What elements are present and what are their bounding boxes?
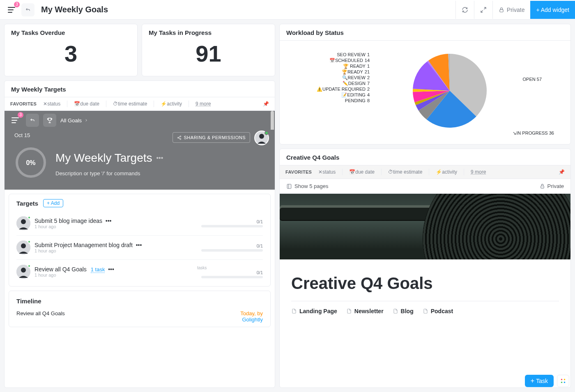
lock-icon [499,7,504,13]
timeline-meta: Today, by Golightly [240,310,263,323]
pie-label: ✏️DESIGN 7 [317,81,370,86]
private-button[interactable]: Private [492,1,531,19]
pie-chart [405,46,495,136]
svg-point-2 [177,137,179,138]
kpi-progress-value: 91 [142,36,275,76]
apps-button[interactable] [557,375,569,387]
creative-title: Creative Q4 Goals [280,149,570,165]
filter-due-date[interactable]: 📅due date [74,101,99,107]
progress-ring: 0% [14,146,47,179]
target-time: 1 hour ago [34,224,193,229]
more-icon[interactable]: ••• [136,242,142,248]
target-row[interactable]: Submit Project Management blog draft •••… [16,235,263,259]
kpi-progress[interactable]: My Tasks in Progress 91 [142,24,275,76]
share-icon [177,135,182,140]
page-icon [393,308,398,314]
pie-label: 📅SCHEDULED 14 [317,58,370,63]
goal-title: My Weekly Targets [55,151,152,165]
progress-bar [201,249,263,252]
svg-point-19 [561,382,563,383]
pie-label: 🏆 READY 1 [317,64,370,69]
creative-filter-due-date[interactable]: 📅due date [349,169,375,175]
target-name: Review all Q4 Goals 1 task ••• [34,266,193,273]
workload-title: Workload by Status [280,24,570,41]
target-row[interactable]: Review all Q4 Goals 1 task ••• 1 hour ag… [16,259,263,284]
kpi-overdue[interactable]: My Tasks Overdue 3 [4,24,138,76]
target-name: Submit 5 blog image ideas ••• [34,218,193,224]
svg-point-5 [259,134,264,139]
kpi-overdue-value: 3 [5,36,137,76]
pie-label: 🏆READY 21 [317,70,370,74]
add-target-button[interactable]: + Add [43,199,63,207]
creative-filter-activity[interactable]: ⚡activity [436,169,457,175]
creative-filter-time-estimate[interactable]: ⏱time estimate [388,169,422,175]
svg-point-20 [564,382,566,383]
more-icon[interactable]: ••• [106,218,112,224]
goals-back-button[interactable] [26,114,39,127]
filter-favorites[interactable]: FAVORITES [10,101,37,106]
refresh-icon [462,7,468,13]
progress-bar [201,225,263,227]
svg-rect-15 [287,184,291,188]
svg-point-18 [564,379,566,381]
creative-private-label[interactable]: Private [540,183,564,189]
filter-activity[interactable]: ⚡activity [161,101,182,107]
weekly-targets-title: My Weekly Targets [5,81,275,97]
page-title: My Weekly Goals [41,5,108,14]
page-chip[interactable]: Newsletter [346,308,384,314]
kpi-progress-title: My Tasks in Progress [142,24,275,36]
goal-title-more[interactable]: ••• [156,154,163,162]
pages-icon [286,183,292,189]
goal-date: Oct 15 [14,132,30,138]
chevron-right-icon [84,118,88,122]
main-menu-button[interactable]: 3 [5,3,18,16]
page-icon [346,308,352,314]
expand-button[interactable] [474,1,492,19]
target-time: 1 hour ago [34,248,193,253]
creative-q4-widget: Creative Q4 Goals FAVORITES ✕status 📅due… [279,149,571,388]
svg-text:0%: 0% [26,159,35,166]
creative-filter-status[interactable]: ✕status [318,169,336,175]
weekly-targets-widget: My Weekly Targets FAVORITES ✕status 📅due… [4,80,275,388]
timeline-item[interactable]: Review all Q4 Goals [16,310,65,323]
filter-more[interactable]: 9 more [196,101,211,107]
goals-menu-button[interactable]: 3 [9,114,22,127]
svg-point-17 [561,379,563,381]
filter-status[interactable]: ✕status [43,101,60,107]
target-row[interactable]: Submit 5 blog image ideas ••• 1 hour ago… [16,211,263,235]
svg-point-6 [265,131,268,135]
back-button[interactable] [21,3,34,16]
header-avatar[interactable] [254,131,269,145]
new-task-button[interactable]: + Task [525,375,554,387]
creative-filter-favorites[interactable]: FAVORITES [285,170,312,174]
svg-point-10 [21,219,26,224]
page-chip[interactable]: Blog [393,308,414,314]
refresh-button[interactable] [455,1,474,19]
avatar [16,265,30,279]
page-chip[interactable]: Podcast [423,308,453,314]
task-link[interactable]: 1 task [91,266,105,273]
page-chip[interactable]: Landing Page [291,308,337,314]
lock-icon [540,183,545,189]
filter-time-estimate[interactable]: ⏱time estimate [113,101,147,107]
trophy-icon[interactable] [43,114,56,127]
more-icon[interactable]: ••• [108,266,114,273]
show-pages-button[interactable]: Show 5 pages [286,183,328,189]
svg-point-1 [179,135,181,137]
creative-pin-icon[interactable]: 📌 [559,169,565,175]
creative-filter-more[interactable]: 9 more [471,169,486,175]
svg-rect-16 [540,186,544,188]
avatar [16,241,30,254]
add-widget-button[interactable]: + Add widget [530,1,575,19]
page-icon [291,308,297,314]
pin-icon[interactable]: 📌 [263,101,269,107]
goal-description[interactable]: Description or type '/' for commands [55,170,163,177]
apps-icon [560,378,566,384]
pie-label: 🔍REVIEW 2 [317,76,370,80]
sharing-permissions-button[interactable]: SHARING & PERMISSIONS [172,132,250,143]
breadcrumb-all-goals[interactable]: All Goals [60,117,88,124]
doc-title: Creative Q4 Goals [280,259,570,297]
svg-point-12 [21,243,26,248]
pie-label-open: OPEN 57 [523,77,542,82]
kpi-overdue-title: My Tasks Overdue [5,24,137,36]
